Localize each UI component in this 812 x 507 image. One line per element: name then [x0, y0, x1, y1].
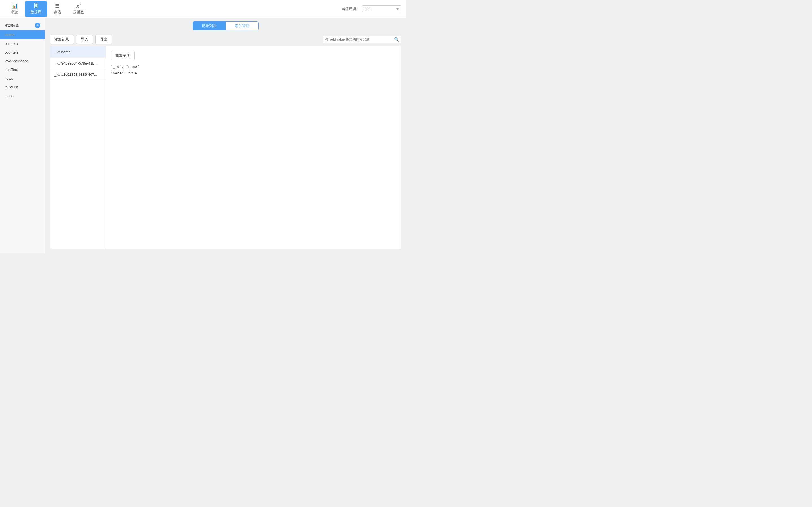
import-button[interactable]: 导入 [76, 35, 93, 44]
sidebar-item-minitest[interactable]: miniTest [0, 65, 45, 74]
nav-label-storage: 存储 [54, 10, 61, 15]
field-value-1: true [128, 71, 137, 75]
storage-icon: ☰ [55, 3, 59, 8]
nav-item-functions[interactable]: x² 云函数 [67, 1, 90, 17]
tab-group: 记录列表 索引管理 [193, 21, 259, 31]
sidebar: 添加集合 + books complex counters loveAndPea… [0, 18, 45, 253]
add-field-button[interactable]: 添加字段 [110, 51, 135, 60]
main-content: 记录列表 索引管理 添加记录 导入 导出 🔍 _id: name [45, 18, 406, 253]
record-item-1[interactable]: _id: 94beeb34-579e-41b... [50, 58, 106, 69]
sidebar-header: 添加集合 + [0, 20, 45, 31]
toolbar: 添加记录 导入 导出 🔍 [45, 33, 406, 46]
tab-index-manage[interactable]: 索引管理 [225, 22, 258, 30]
sidebar-item-books[interactable]: books [0, 31, 45, 39]
nav-item-overview[interactable]: 📊 概览 [4, 1, 25, 17]
record-item-0[interactable]: _id: name [50, 47, 106, 58]
database-icon: 🗄 [34, 3, 39, 8]
record-list: _id: name _id: 94beeb34-579e-41b... _id:… [50, 46, 106, 249]
field-key-1: "hehe": [110, 71, 128, 75]
tab-record-list[interactable]: 记录列表 [193, 22, 225, 30]
layout: 添加集合 + books complex counters loveAndPea… [0, 18, 406, 253]
record-item-2[interactable]: _id: a1c92858-6886-407... [50, 69, 106, 80]
env-label: 当前环境： [342, 6, 360, 11]
records-panel: _id: name _id: 94beeb34-579e-41b... _id:… [50, 46, 402, 249]
sidebar-add-label: 添加集合 [4, 23, 19, 28]
export-button[interactable]: 导出 [95, 35, 112, 44]
nav-label-database: 数据库 [31, 10, 42, 15]
sidebar-item-complex[interactable]: complex [0, 39, 45, 48]
nav-item-storage[interactable]: ☰ 存储 [47, 1, 67, 17]
nav-label-functions: 云函数 [73, 10, 84, 15]
sidebar-item-counters[interactable]: counters [0, 48, 45, 57]
search-icon: 🔍 [394, 37, 399, 42]
sidebar-item-todos[interactable]: todos [0, 92, 45, 100]
search-box: 🔍 [322, 36, 402, 43]
search-input[interactable] [325, 38, 394, 41]
functions-icon: x² [77, 3, 80, 8]
nav-item-database[interactable]: 🗄 数据库 [25, 1, 47, 17]
field-entry-0: "_id": "name" [110, 64, 397, 69]
top-nav: 📊 概览 🗄 数据库 ☰ 存储 x² 云函数 当前环境： test [0, 0, 406, 18]
record-detail: 添加字段 "_id": "name" "hehe": true [106, 46, 402, 249]
sidebar-add-button[interactable]: + [35, 22, 40, 28]
sidebar-item-loveandpeace[interactable]: loveAndPeace [0, 57, 45, 65]
overview-icon: 📊 [11, 3, 18, 8]
sidebar-item-news[interactable]: news [0, 74, 45, 83]
field-key-0: "_id": [110, 64, 126, 69]
add-record-button[interactable]: 添加记录 [50, 35, 74, 44]
sidebar-item-todolist[interactable]: toDoList [0, 83, 45, 92]
tab-bar: 记录列表 索引管理 [45, 18, 406, 33]
field-value-0: "name" [126, 64, 139, 69]
field-entry-1: "hehe": true [110, 71, 397, 75]
env-select[interactable]: test [362, 5, 402, 12]
nav-label-overview: 概览 [11, 10, 18, 15]
